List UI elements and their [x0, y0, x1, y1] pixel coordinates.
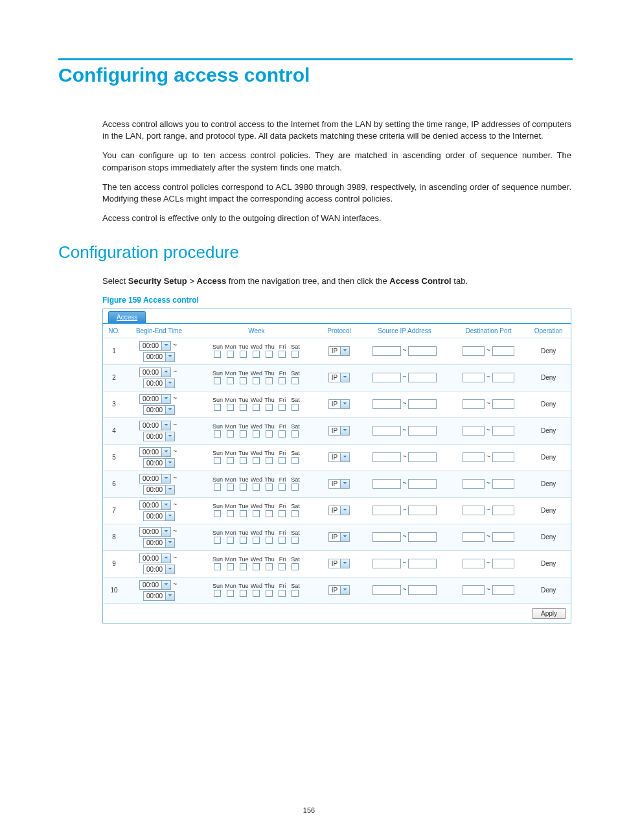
chevron-down-icon[interactable] — [340, 533, 349, 541]
day-checkbox[interactable] — [227, 484, 234, 491]
day-checkbox[interactable] — [266, 430, 273, 438]
end-time-select[interactable]: 00:00 — [143, 591, 175, 601]
chevron-down-icon[interactable] — [161, 554, 170, 563]
dest-port-to-input[interactable] — [492, 426, 514, 436]
day-checkbox[interactable] — [253, 563, 260, 570]
chevron-down-icon[interactable] — [161, 342, 170, 350]
begin-time-select[interactable]: 00:00 — [139, 527, 171, 537]
day-checkbox[interactable] — [292, 430, 299, 438]
day-checkbox[interactable] — [279, 351, 286, 358]
day-checkbox[interactable] — [279, 590, 286, 597]
day-checkbox[interactable] — [214, 351, 221, 358]
day-checkbox[interactable] — [240, 404, 247, 411]
protocol-select[interactable]: IP — [328, 452, 350, 462]
dest-port-from-input[interactable] — [463, 399, 485, 409]
chevron-down-icon[interactable] — [161, 421, 170, 430]
day-checkbox[interactable] — [292, 510, 299, 517]
source-ip-to-input[interactable] — [408, 532, 437, 542]
day-checkbox[interactable] — [279, 430, 286, 438]
tab-access[interactable]: Access — [108, 311, 146, 323]
dest-port-from-input[interactable] — [463, 585, 485, 595]
chevron-down-icon[interactable] — [340, 559, 349, 568]
day-checkbox[interactable] — [279, 563, 286, 570]
chevron-down-icon[interactable] — [165, 459, 174, 467]
source-ip-to-input[interactable] — [408, 452, 437, 462]
protocol-select[interactable]: IP — [328, 506, 350, 515]
chevron-down-icon[interactable] — [340, 453, 349, 461]
begin-time-select[interactable]: 00:00 — [139, 421, 171, 430]
chevron-down-icon[interactable] — [340, 426, 349, 435]
chevron-down-icon[interactable] — [161, 581, 170, 589]
day-checkbox[interactable] — [227, 404, 234, 411]
protocol-select[interactable]: IP — [328, 399, 350, 409]
source-ip-from-input[interactable] — [372, 399, 401, 409]
chevron-down-icon[interactable] — [165, 379, 174, 388]
day-checkbox[interactable] — [266, 404, 273, 411]
chevron-down-icon[interactable] — [165, 565, 174, 574]
dest-port-from-input[interactable] — [463, 559, 485, 568]
day-checkbox[interactable] — [266, 537, 273, 544]
day-checkbox[interactable] — [266, 484, 273, 491]
day-checkbox[interactable] — [227, 351, 234, 358]
source-ip-from-input[interactable] — [372, 585, 401, 595]
apply-button[interactable]: Apply — [532, 608, 566, 619]
day-checkbox[interactable] — [214, 563, 221, 570]
begin-time-select[interactable]: 00:00 — [139, 368, 171, 377]
day-checkbox[interactable] — [253, 351, 260, 358]
day-checkbox[interactable] — [253, 510, 260, 517]
source-ip-to-input[interactable] — [408, 559, 437, 568]
dest-port-from-input[interactable] — [463, 532, 485, 542]
source-ip-to-input[interactable] — [408, 506, 437, 515]
end-time-select[interactable]: 00:00 — [143, 405, 175, 415]
dest-port-to-input[interactable] — [492, 559, 514, 568]
chevron-down-icon[interactable] — [165, 485, 174, 494]
dest-port-to-input[interactable] — [492, 399, 514, 409]
day-checkbox[interactable] — [227, 457, 234, 464]
day-checkbox[interactable] — [279, 484, 286, 491]
day-checkbox[interactable] — [253, 484, 260, 491]
protocol-select[interactable]: IP — [328, 479, 350, 489]
chevron-down-icon[interactable] — [165, 353, 174, 361]
chevron-down-icon[interactable] — [161, 501, 170, 509]
protocol-select[interactable]: IP — [328, 426, 350, 436]
source-ip-to-input[interactable] — [408, 346, 437, 356]
day-checkbox[interactable] — [240, 377, 247, 384]
chevron-down-icon[interactable] — [161, 448, 170, 456]
day-checkbox[interactable] — [292, 484, 299, 491]
end-time-select[interactable]: 00:00 — [143, 511, 175, 521]
dest-port-to-input[interactable] — [492, 506, 514, 515]
chevron-down-icon[interactable] — [165, 432, 174, 441]
day-checkbox[interactable] — [240, 484, 247, 491]
day-checkbox[interactable] — [240, 510, 247, 517]
day-checkbox[interactable] — [253, 430, 260, 438]
protocol-select[interactable]: IP — [328, 373, 350, 382]
end-time-select[interactable]: 00:00 — [143, 432, 175, 441]
end-time-select[interactable]: 00:00 — [143, 538, 175, 548]
end-time-select[interactable]: 00:00 — [143, 565, 175, 574]
chevron-down-icon[interactable] — [340, 506, 349, 515]
day-checkbox[interactable] — [266, 377, 273, 384]
day-checkbox[interactable] — [227, 590, 234, 597]
chevron-down-icon[interactable] — [161, 528, 170, 536]
day-checkbox[interactable] — [292, 590, 299, 597]
day-checkbox[interactable] — [292, 351, 299, 358]
chevron-down-icon[interactable] — [165, 592, 174, 600]
source-ip-to-input[interactable] — [408, 585, 437, 595]
day-checkbox[interactable] — [292, 404, 299, 411]
day-checkbox[interactable] — [266, 351, 273, 358]
day-checkbox[interactable] — [227, 563, 234, 570]
protocol-select[interactable]: IP — [328, 532, 350, 542]
begin-time-select[interactable]: 00:00 — [139, 341, 171, 351]
chevron-down-icon[interactable] — [161, 474, 170, 483]
day-checkbox[interactable] — [214, 404, 221, 411]
chevron-down-icon[interactable] — [340, 373, 349, 382]
protocol-select[interactable]: IP — [328, 559, 350, 568]
begin-time-select[interactable]: 00:00 — [139, 580, 171, 590]
source-ip-to-input[interactable] — [408, 373, 437, 382]
chevron-down-icon[interactable] — [165, 406, 174, 414]
day-checkbox[interactable] — [253, 457, 260, 464]
source-ip-to-input[interactable] — [408, 479, 437, 489]
day-checkbox[interactable] — [279, 510, 286, 517]
source-ip-from-input[interactable] — [372, 479, 401, 489]
day-checkbox[interactable] — [292, 563, 299, 570]
